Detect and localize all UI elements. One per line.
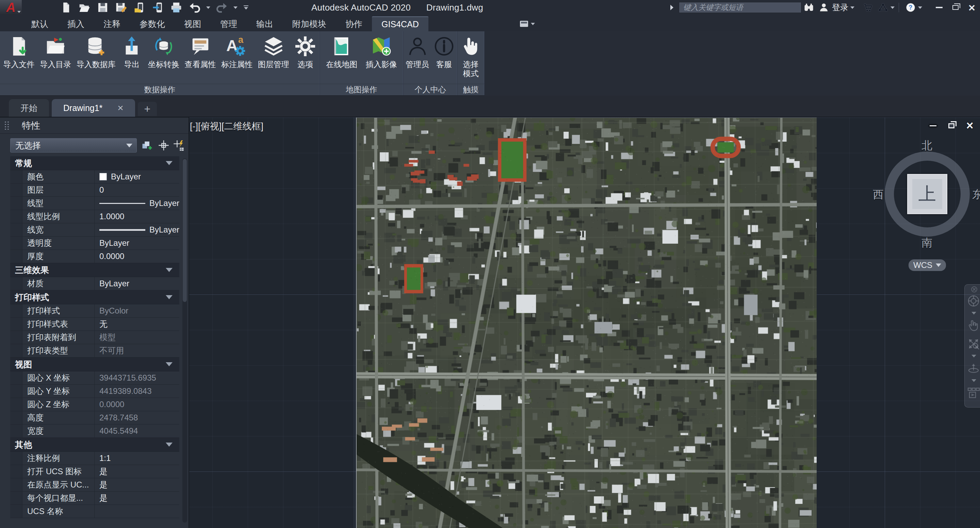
- toggle-pickadd-icon[interactable]: [140, 139, 153, 152]
- drawing-restore-button[interactable]: [944, 120, 959, 132]
- ribbon-tab[interactable]: 协作: [336, 16, 372, 31]
- satellite-imagery[interactable]: [356, 118, 817, 528]
- login-button[interactable]: 登录: [832, 2, 848, 13]
- property-row[interactable]: 每个视口都显... 是: [10, 491, 179, 505]
- administrator-button[interactable]: 管理员: [404, 35, 431, 70]
- property-row[interactable]: 线型 ByLayer: [10, 197, 179, 210]
- panel-label[interactable]: 数据操作: [0, 84, 320, 95]
- select-mode-button[interactable]: 选择 模式: [458, 35, 484, 79]
- property-row[interactable]: 注释比例 1:1: [10, 452, 179, 465]
- file-tab[interactable]: 开始 ×: [9, 99, 49, 117]
- drawing-close-button[interactable]: ×: [962, 120, 977, 132]
- ribbon-tab[interactable]: 默认: [22, 16, 58, 31]
- minimize-button[interactable]: [931, 0, 947, 15]
- help-icon[interactable]: ?: [903, 1, 918, 14]
- property-row[interactable]: 打开 UCS 图标 是: [10, 465, 179, 478]
- property-row[interactable]: 宽度 4045.5494: [10, 424, 179, 438]
- panel-label[interactable]: 个人中心: [404, 84, 457, 95]
- grip-dots-icon[interactable]: [4, 121, 10, 131]
- section-3d-effects[interactable]: 三维效果: [10, 263, 179, 277]
- navigation-bar[interactable]: [964, 284, 980, 407]
- chevron-down-icon[interactable]: [972, 312, 976, 314]
- new-tab-button[interactable]: +: [138, 102, 157, 116]
- coordinate-transform-button[interactable]: 坐标转换: [146, 35, 181, 70]
- drawing-viewport[interactable]: [-][俯视][二维线框] × 北 南 西 东 上 WCS 特性: [0, 118, 980, 528]
- palette-scrollbar[interactable]: [182, 158, 187, 523]
- viewcube-top-face[interactable]: 上: [907, 174, 947, 214]
- layer-management-button[interactable]: 图层管理: [256, 35, 291, 70]
- section-view[interactable]: 视图: [10, 357, 179, 372]
- close-tab-icon[interactable]: ×: [118, 103, 124, 113]
- section-general[interactable]: 常规: [10, 156, 179, 170]
- customer-service-button[interactable]: 客服: [431, 35, 457, 70]
- wcs-menu[interactable]: WCS: [908, 259, 946, 271]
- property-row[interactable]: 颜色 ByLayer: [10, 170, 179, 183]
- drawing-minimize-button[interactable]: [926, 120, 940, 132]
- property-row[interactable]: 线型比例 1.0000: [10, 210, 179, 223]
- options-button[interactable]: 选项: [292, 35, 318, 70]
- property-row[interactable]: 打印样式表 无: [10, 317, 179, 331]
- ribbon-tab[interactable]: 管理: [211, 16, 247, 31]
- ribbon-tab[interactable]: 注释: [94, 16, 130, 31]
- new-file-icon[interactable]: [59, 2, 73, 14]
- select-objects-icon[interactable]: [157, 139, 170, 152]
- orbit-icon[interactable]: [966, 361, 980, 376]
- property-row[interactable]: 材质 ByLayer: [10, 277, 179, 290]
- viewcube-south[interactable]: 南: [921, 236, 932, 250]
- search-expand-icon[interactable]: [670, 5, 673, 10]
- panel-label[interactable]: 触摸: [457, 84, 484, 95]
- property-row[interactable]: 线宽 ByLayer: [10, 223, 179, 237]
- ribbon-tab[interactable]: 输出: [247, 16, 283, 31]
- property-row[interactable]: 圆心 Y 坐标 4419389.0843: [10, 385, 179, 398]
- import-file-button[interactable]: 导入文件: [2, 35, 37, 70]
- ribbon-tab[interactable]: 视图: [175, 16, 211, 31]
- save-as-icon[interactable]: [115, 2, 128, 14]
- undo-icon[interactable]: [188, 2, 202, 14]
- close-button[interactable]: ×: [964, 0, 980, 15]
- property-row[interactable]: UCS 名称: [10, 505, 179, 518]
- viewcube-east[interactable]: 东: [972, 187, 980, 202]
- ribbon-tab[interactable]: 插入: [58, 16, 94, 31]
- redo-dropdown-icon[interactable]: [234, 6, 237, 9]
- open-web-mobile-icon[interactable]: [133, 2, 146, 14]
- property-row[interactable]: 透明度 ByLayer: [10, 237, 179, 250]
- file-tab[interactable]: Drawing1* ×: [52, 99, 135, 117]
- palette-titlebar[interactable]: 特性: [0, 118, 189, 134]
- quick-select-icon[interactable]: [172, 139, 185, 152]
- pan-hand-icon[interactable]: [966, 318, 980, 333]
- save-web-mobile-icon[interactable]: [151, 2, 165, 14]
- redo-icon[interactable]: [215, 2, 229, 14]
- app-menu-button[interactable]: A: [0, 0, 22, 15]
- annotate-attributes-button[interactable]: Aa 标注属性: [219, 35, 255, 70]
- viewcube[interactable]: 北 南 西 东 上 WCS: [883, 140, 972, 252]
- property-row[interactable]: 打印表附着到 模型: [10, 331, 179, 344]
- ribbon-tab[interactable]: 附加模块: [283, 16, 336, 31]
- cart-icon[interactable]: [861, 1, 875, 14]
- import-database-button[interactable]: 导入数据库: [75, 35, 118, 70]
- steering-wheel-icon[interactable]: [966, 294, 980, 308]
- ribbon-tab[interactable]: GIS4CAD: [372, 16, 428, 31]
- viewcube-west[interactable]: 西: [873, 187, 884, 202]
- section-plot-style[interactable]: 打印样式: [10, 290, 179, 304]
- zoom-extents-icon[interactable]: [966, 337, 980, 351]
- online-map-button[interactable]: 在线地图: [324, 35, 360, 70]
- app-store-dropdown-icon[interactable]: [891, 6, 894, 9]
- property-row[interactable]: 圆心 Z 坐标 0.0000: [10, 398, 179, 411]
- user-icon[interactable]: [816, 1, 831, 14]
- property-row[interactable]: 图层 0: [10, 183, 179, 197]
- navbar-close-icon[interactable]: [971, 286, 978, 293]
- restore-button[interactable]: [947, 0, 964, 15]
- plot-icon[interactable]: [169, 2, 183, 14]
- qat-customize-icon[interactable]: [243, 5, 248, 10]
- property-row[interactable]: 厚度 0.0000: [10, 250, 179, 263]
- ribbon-display-toggle[interactable]: [520, 16, 535, 31]
- search-input[interactable]: [679, 2, 801, 13]
- property-row[interactable]: 在原点显示 UC... 是: [10, 478, 179, 491]
- panel-label[interactable]: 地图操作: [320, 84, 403, 95]
- import-directory-button[interactable]: 导入目录: [38, 35, 73, 70]
- scrollbar-thumb[interactable]: [183, 159, 187, 302]
- selection-dropdown[interactable]: 无选择: [10, 138, 137, 153]
- property-row[interactable]: 高度 2478.7458: [10, 411, 179, 424]
- property-row[interactable]: 圆心 X 坐标 39443715.6935: [10, 372, 179, 385]
- login-dropdown-icon[interactable]: [850, 6, 854, 9]
